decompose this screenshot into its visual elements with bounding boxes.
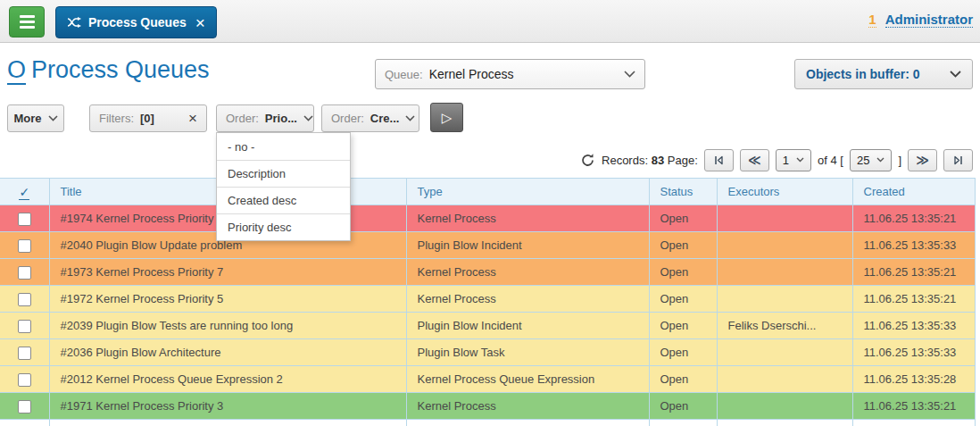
cell-executors bbox=[717, 259, 852, 286]
shuffle-icon bbox=[67, 17, 81, 28]
table-row[interactable]: #1973 Kernel Process Priority 7 Kernel P… bbox=[0, 259, 975, 286]
chevron-down-icon bbox=[950, 71, 961, 78]
column-header-created[interactable]: Created bbox=[852, 179, 975, 205]
page-of-text: of 4 [ bbox=[818, 154, 843, 167]
order-dropdown-item[interactable]: Description bbox=[217, 160, 350, 187]
row-checkbox[interactable] bbox=[18, 400, 31, 413]
run-button[interactable]: ▷ bbox=[430, 103, 463, 132]
page-size-select[interactable]: 25 bbox=[850, 149, 892, 171]
order-dropdown-item[interactable]: - no - bbox=[217, 133, 350, 160]
table-row[interactable]: #2039 Plugin Blow Tests are running too … bbox=[0, 313, 975, 339]
objects-in-buffer-label: Objects in buffer: 0 bbox=[806, 67, 950, 81]
cell-type bbox=[406, 420, 649, 426]
table-row[interactable]: #2036 Plugin Blow Architecture Plugin Bl… bbox=[0, 339, 975, 366]
cell-type: Plugin Blow Incident bbox=[406, 232, 649, 259]
order2-value: Cre... bbox=[370, 112, 400, 125]
cell-created: 11.06.25 13:35:21 bbox=[852, 286, 975, 313]
row-checkbox[interactable] bbox=[18, 320, 31, 333]
chevron-down-icon bbox=[405, 115, 415, 121]
filters-value: [0] bbox=[140, 112, 154, 125]
page-title: OProcess Queues bbox=[7, 56, 210, 84]
clear-filters-icon[interactable]: × bbox=[188, 111, 197, 126]
table-header-row: ✓ Title Type Status Executors Created bbox=[0, 179, 975, 205]
cell-executors bbox=[717, 205, 852, 232]
order2-label: Order: bbox=[331, 112, 364, 125]
order-dropdown-item[interactable]: Priority desc bbox=[217, 213, 350, 240]
row-checkbox[interactable] bbox=[18, 239, 31, 253]
cell-status: Open bbox=[649, 339, 717, 366]
cell-type: Plugin Blow Task bbox=[406, 339, 649, 366]
objects-in-buffer-button[interactable]: Objects in buffer: 0 bbox=[794, 59, 973, 89]
column-header-executors[interactable]: Executors bbox=[717, 179, 852, 205]
table-row[interactable] bbox=[0, 420, 975, 426]
page-number-value: 1 bbox=[783, 154, 789, 167]
cell-title: #2039 Plugin Blow Tests are running too … bbox=[49, 313, 406, 339]
first-page-button[interactable] bbox=[704, 149, 734, 171]
page-number-select[interactable]: 1 bbox=[776, 149, 811, 171]
prev-page-button[interactable]: ≪ bbox=[740, 149, 769, 171]
last-page-button[interactable] bbox=[943, 149, 973, 171]
notification-count[interactable]: 1 bbox=[868, 12, 876, 28]
table-row[interactable]: #1971 Kernel Process Priority 3 Kernel P… bbox=[0, 393, 975, 420]
table-row[interactable]: #2040 Plugin Blow Update problem Plugin … bbox=[0, 232, 975, 259]
cell-type: Kernel Process Queue Expression bbox=[406, 366, 649, 393]
bracket-close-text: ] bbox=[898, 154, 901, 167]
table-row[interactable]: #2012 Kernel Process Queue Expression 2 … bbox=[0, 366, 975, 393]
select-all-checkmark[interactable]: ✓ bbox=[19, 185, 29, 200]
cell-created: 11.06.25 13:35:21 bbox=[852, 393, 975, 420]
cell-executors bbox=[717, 393, 852, 420]
cell-title: #1971 Kernel Process Priority 3 bbox=[49, 393, 406, 420]
cell-status: Open bbox=[649, 205, 717, 232]
cell-type: Kernel Process bbox=[406, 393, 649, 420]
queue-select[interactable]: Queue: Kernel Process bbox=[375, 59, 645, 89]
object-type-letter-link[interactable]: O bbox=[7, 56, 26, 85]
filters-label: Filters: bbox=[99, 112, 134, 125]
row-checkbox[interactable] bbox=[18, 373, 31, 387]
cell-status: Open bbox=[649, 366, 717, 393]
user-menu[interactable]: Administrator bbox=[885, 12, 973, 28]
cell-title: #2036 Plugin Blow Architecture bbox=[49, 339, 406, 366]
cell-executors bbox=[717, 286, 852, 313]
cell-created: 11.06.25 13:35:33 bbox=[852, 232, 975, 259]
order-dropdown-item[interactable]: Created desc bbox=[217, 187, 350, 213]
queue-select-label: Queue: bbox=[385, 68, 423, 81]
cell-type: Kernel Process bbox=[406, 205, 649, 232]
row-checkbox[interactable] bbox=[18, 347, 31, 360]
table-row[interactable]: #1974 Kernel Process Priority Kernel Pro… bbox=[0, 205, 975, 232]
column-header-type[interactable]: Type bbox=[406, 179, 649, 205]
tab-close-icon[interactable]: × bbox=[195, 14, 205, 31]
cell-created: 11.06.25 13:35:21 bbox=[852, 205, 975, 232]
order-dropdown-menu: - no -DescriptionCreated descPriority de… bbox=[216, 132, 351, 241]
records-label: Records: bbox=[602, 154, 648, 167]
cell-created: 11.06.25 13:35:21 bbox=[852, 259, 975, 286]
cell-status: Open bbox=[649, 259, 717, 286]
table-row[interactable]: #1972 Kernel Process Priority 5 Kernel P… bbox=[0, 286, 975, 313]
page-size-value: 25 bbox=[857, 154, 869, 167]
row-checkbox[interactable] bbox=[18, 213, 31, 226]
cell-type: Kernel Process bbox=[406, 286, 649, 313]
next-page-button[interactable]: ≫ bbox=[908, 149, 937, 171]
filters-control[interactable]: Filters: [0] × bbox=[89, 104, 207, 132]
cell-created bbox=[852, 420, 975, 426]
cell-executors bbox=[717, 420, 852, 426]
chevron-down-icon bbox=[624, 71, 635, 78]
records-count: 83 bbox=[652, 154, 664, 167]
cell-executors bbox=[717, 232, 852, 259]
cell-status: Open bbox=[649, 313, 717, 339]
row-checkbox[interactable] bbox=[18, 293, 31, 306]
order1-value: Prio... bbox=[265, 112, 297, 125]
cell-status: Open bbox=[649, 286, 717, 313]
more-button[interactable]: More bbox=[7, 104, 64, 132]
cell-status bbox=[649, 420, 717, 426]
order-select-1[interactable]: Order: Prio... bbox=[216, 104, 314, 132]
tab-process-queues[interactable]: Process Queues × bbox=[55, 6, 217, 38]
column-header-status[interactable]: Status bbox=[649, 179, 717, 205]
chevron-down-icon bbox=[48, 115, 58, 121]
order-select-2[interactable]: Order: Cre... bbox=[321, 104, 419, 132]
cell-status: Open bbox=[649, 393, 717, 420]
hamburger-menu-button[interactable] bbox=[9, 6, 45, 38]
more-button-label: More bbox=[13, 112, 41, 125]
row-checkbox[interactable] bbox=[18, 266, 31, 280]
refresh-icon[interactable] bbox=[580, 153, 595, 168]
cell-title: #1972 Kernel Process Priority 5 bbox=[49, 286, 406, 313]
